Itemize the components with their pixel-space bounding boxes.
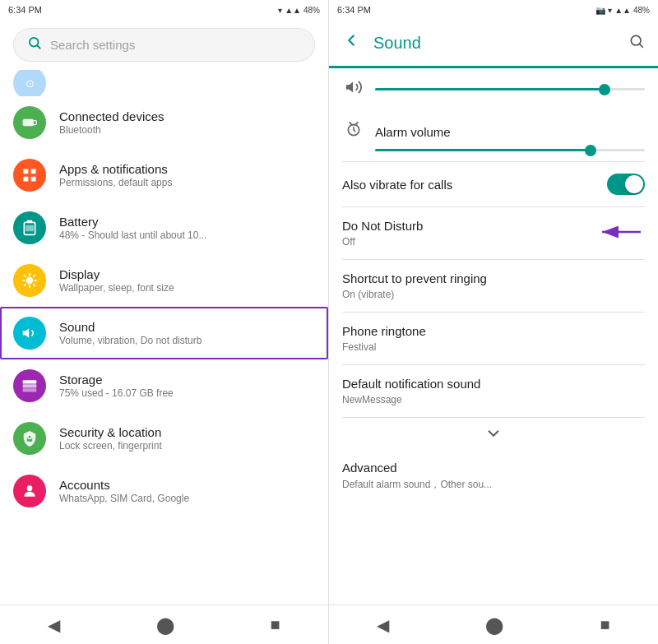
- sidebar-item-accounts[interactable]: Accounts WhatsApp, SIM Card, Google: [0, 465, 328, 517]
- accounts-icon: [13, 475, 46, 507]
- storage-icon: [13, 369, 46, 402]
- left-recent-button[interactable]: ■: [254, 607, 297, 642]
- security-text: Security & location Lock screen, fingerp…: [59, 425, 162, 452]
- ringtone-text: Phone ringtone Festival: [342, 324, 426, 353]
- storage-subtitle: 75% used - 16.07 GB free: [59, 387, 174, 399]
- search-input-wrapper[interactable]: Search settings: [13, 28, 315, 62]
- battery-title: Battery: [59, 215, 206, 229]
- ringtone-subtitle: Festival: [342, 341, 426, 353]
- sidebar-item-connected-devices[interactable]: Connected devices Bluetooth: [0, 96, 328, 149]
- svg-rect-2: [23, 119, 34, 126]
- shortcut-text: Shortcut to prevent ringing On (vibrate): [342, 271, 487, 300]
- right-signal-icon: ▲▲: [614, 6, 631, 15]
- left-home-button[interactable]: ⬤: [140, 607, 191, 643]
- back-button[interactable]: [342, 31, 360, 54]
- do-not-disturb-subtitle: Off: [342, 236, 423, 248]
- shortcut-title: Shortcut to prevent ringing: [342, 271, 487, 285]
- alarm-volume-label-row: Alarm volume: [329, 118, 658, 142]
- battery-icon: [13, 211, 46, 244]
- accounts-title: Accounts: [59, 478, 189, 492]
- svg-marker-19: [346, 82, 353, 93]
- svg-rect-6: [31, 177, 36, 182]
- left-battery: 48%: [304, 6, 320, 15]
- partial-icon: ⊙: [13, 70, 46, 96]
- right-photo-icon: 📷: [595, 6, 605, 15]
- display-subtitle: Wallpaper, sleep, font size: [59, 282, 174, 294]
- media-volume-slider[interactable]: [375, 88, 645, 90]
- storage-title: Storage: [59, 373, 174, 387]
- alarm-volume-icon: [342, 122, 365, 142]
- svg-rect-9: [25, 225, 34, 232]
- sidebar-item-security[interactable]: Security & location Lock screen, fingerp…: [0, 412, 328, 465]
- sound-settings-content: Alarm volume Also vibrate for calls Do N…: [329, 68, 658, 605]
- media-volume-thumb: [599, 84, 610, 95]
- apps-notifications-icon: [13, 159, 46, 192]
- ringtone-title: Phone ringtone: [342, 324, 426, 338]
- do-not-disturb-row[interactable]: Do Not Disturb Off: [329, 207, 658, 259]
- sound-text: Sound Volume, vibration, Do not disturb: [59, 320, 202, 346]
- security-title: Security & location: [59, 425, 162, 439]
- arrow-annotation: [595, 220, 645, 248]
- phone-ringtone-row[interactable]: Phone ringtone Festival: [329, 313, 658, 364]
- right-search-button[interactable]: [628, 33, 645, 53]
- partial-item: ⊙: [0, 70, 328, 96]
- left-status-bar: 6:34 PM ▾ ▲▲ 48%: [0, 0, 328, 20]
- right-bottom-nav: ◀ ⬤ ■: [329, 605, 658, 644]
- media-volume-icon: [342, 78, 365, 100]
- svg-rect-11: [23, 380, 37, 383]
- display-icon: [13, 264, 46, 297]
- sidebar-item-display[interactable]: Display Wallpaper, sleep, font size: [0, 254, 328, 307]
- accounts-subtitle: WhatsApp, SIM Card, Google: [59, 493, 189, 504]
- apps-notifications-title: Apps & notifications: [59, 162, 172, 176]
- advanced-subtitle: Default alarm sound，Other sou...: [342, 478, 492, 492]
- sidebar-item-sound[interactable]: Sound Volume, vibration, Do not disturb: [0, 307, 328, 359]
- left-wifi-icon: ▾: [278, 6, 282, 15]
- right-recent-button[interactable]: ■: [583, 607, 626, 642]
- sidebar-item-storage[interactable]: Storage 75% used - 16.07 GB free: [0, 359, 328, 412]
- svg-line-22: [355, 123, 358, 125]
- left-back-button[interactable]: ◀: [31, 607, 76, 643]
- svg-rect-13: [23, 388, 37, 391]
- apps-notifications-subtitle: Permissions, default apps: [59, 177, 172, 188]
- sound-icon: [13, 317, 46, 350]
- advanced-title: Advanced: [342, 461, 492, 475]
- shortcut-prevent-ringing-row[interactable]: Shortcut to prevent ringing On (vibrate): [329, 260, 658, 312]
- right-back-button[interactable]: ◀: [360, 607, 405, 643]
- vibrate-calls-text: Also vibrate for calls: [342, 178, 452, 192]
- svg-point-16: [27, 485, 33, 491]
- default-notification-row[interactable]: Default notification sound NewMessage: [329, 365, 658, 417]
- connected-devices-title: Connected devices: [59, 109, 164, 123]
- vibrate-calls-toggle[interactable]: [607, 174, 645, 195]
- sidebar-item-apps-notifications[interactable]: Apps & notifications Permissions, defaul…: [0, 149, 328, 202]
- media-volume-fill: [375, 88, 605, 90]
- search-bar-container: Search settings: [0, 20, 328, 70]
- apps-notifications-text: Apps & notifications Permissions, defaul…: [59, 162, 172, 188]
- do-not-disturb-title: Do Not Disturb: [342, 219, 423, 233]
- advanced-row[interactable]: Advanced Default alarm sound，Other sou..…: [329, 449, 658, 503]
- alarm-volume-thumb: [585, 145, 596, 156]
- svg-rect-4: [31, 169, 36, 174]
- accounts-text: Accounts WhatsApp, SIM Card, Google: [59, 478, 189, 504]
- notification-sound-text: Default notification sound NewMessage: [342, 377, 480, 405]
- svg-rect-12: [23, 384, 37, 387]
- alarm-volume-slider[interactable]: [375, 149, 645, 151]
- right-home-button[interactable]: ⬤: [469, 607, 520, 643]
- notification-sound-title: Default notification sound: [342, 377, 480, 391]
- battery-subtitle: 48% - Should last until about 10...: [59, 229, 206, 241]
- chevron-down-button[interactable]: [329, 418, 658, 449]
- right-battery: 48%: [633, 6, 650, 15]
- left-bottom-nav: ◀ ⬤ ■: [0, 605, 328, 644]
- svg-line-21: [350, 123, 352, 125]
- do-not-disturb-text: Do Not Disturb Off: [342, 219, 423, 248]
- svg-rect-8: [27, 220, 33, 223]
- vibrate-calls-row[interactable]: Also vibrate for calls: [329, 162, 658, 206]
- toggle-thumb: [625, 175, 643, 193]
- sound-subtitle: Volume, vibration, Do not disturb: [59, 335, 202, 346]
- sidebar-item-battery[interactable]: Battery 48% - Should last until about 10…: [0, 202, 328, 254]
- sound-title: Sound: [59, 320, 202, 334]
- media-volume-section: [329, 68, 658, 118]
- security-icon: [13, 422, 46, 455]
- svg-point-10: [26, 277, 33, 284]
- settings-list: Connected devices Bluetooth Apps & notif…: [0, 96, 328, 605]
- connected-devices-text: Connected devices Bluetooth: [59, 109, 164, 136]
